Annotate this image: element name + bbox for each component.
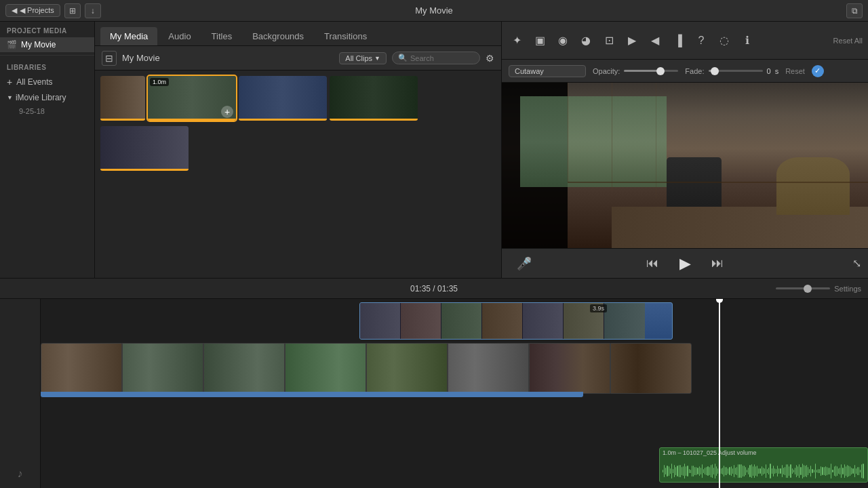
main-clip-3[interactable] (203, 343, 285, 394)
waveform-bar (770, 464, 770, 478)
color-correction-button[interactable]: ◉ (553, 31, 572, 50)
audio-clip-label: 1.0m – 101027_025 Adjust volume (663, 449, 757, 456)
sidebar-item-my-movie[interactable]: 🎬 My Movie (0, 37, 94, 52)
cutaway-select[interactable]: Cutaway Picture in Picture Side by Side … (509, 65, 586, 77)
speed-button[interactable]: ? (692, 31, 711, 50)
fade-slider[interactable] (709, 70, 763, 72)
fade-reset-button[interactable]: Reset (785, 67, 805, 75)
play-button[interactable]: ▶ (674, 253, 696, 274)
reset-all-button[interactable]: Reset All (833, 37, 863, 45)
waveform-bar (712, 464, 713, 478)
tab-titles[interactable]: Titles (202, 27, 242, 45)
media-clip-5[interactable] (100, 126, 189, 171)
skip-back-button[interactable]: ⏮ (642, 253, 663, 274)
audio-filename: 1.0m – 101027_025 (663, 449, 717, 456)
projects-button[interactable]: ◀ ◀ Projects (5, 4, 60, 17)
waveform-bar (747, 470, 747, 473)
window-icon-button[interactable]: ⧉ (846, 3, 863, 18)
waveform-bar (854, 465, 855, 477)
waveform-bar (687, 466, 688, 477)
volume-button[interactable]: ◀ (646, 31, 665, 50)
main-clip-2[interactable] (122, 343, 203, 394)
main-clips-container (41, 343, 692, 394)
all-clips-button[interactable]: All Clips ▼ (339, 52, 387, 64)
waveform-bar (847, 465, 848, 477)
camera-effect-button[interactable]: ⊡ (599, 31, 618, 50)
tab-backgrounds[interactable]: Backgrounds (243, 27, 313, 45)
microphone-button[interactable]: 🎤 (517, 256, 532, 271)
stabilization-button[interactable]: ◌ (715, 31, 734, 50)
arrange-button[interactable]: ⊞ (64, 3, 81, 18)
timeline-left-panel: ♪ (0, 299, 41, 488)
waveform-bar (764, 468, 765, 474)
zoom-slider[interactable] (776, 287, 830, 289)
waveform-bar (725, 467, 726, 475)
sidebar-project-label: My Movie (21, 40, 56, 49)
noise-reduction-button[interactable]: ▐ (669, 31, 688, 50)
media-settings-button[interactable]: ⚙ (486, 53, 494, 64)
main-timeline-track (41, 343, 868, 397)
main-clip-6[interactable] (448, 343, 529, 394)
media-clip-4[interactable] (330, 76, 418, 121)
waveform-bar (709, 467, 710, 475)
video-preview (502, 83, 868, 248)
waveform-bar (748, 468, 749, 474)
confirm-check[interactable]: ✓ (812, 65, 824, 77)
tools-bar: ✦ ▣ ◉ ◕ ⊡ ▶ ◀ ▐ ? ◌ ℹ Reset All (502, 22, 868, 60)
crop-button[interactable]: ▣ (530, 31, 549, 50)
waveform-bar (792, 468, 793, 474)
waveform-bar (671, 464, 672, 479)
fullscreen-button[interactable]: ⤡ (852, 257, 861, 270)
waveform-bar (689, 469, 690, 474)
waveform-bar (787, 464, 788, 478)
audio-track[interactable]: 1.0m – 101027_025 Adjust volume (659, 447, 868, 483)
waveform-bar (783, 468, 784, 475)
waveform-bar (827, 467, 827, 475)
cutaway-clip[interactable] (359, 302, 673, 340)
waveform-bar (734, 465, 734, 477)
waveform-bar (706, 467, 707, 475)
timeline-settings-label[interactable]: Settings (834, 285, 861, 293)
video-overlay-button[interactable]: ▶ (623, 31, 642, 50)
main-clip-7[interactable] (529, 343, 610, 394)
clip-add-button-2[interactable]: + (221, 106, 233, 118)
center-panel: My Media Audio Titles Backgrounds Transi… (95, 22, 502, 278)
skip-forward-button[interactable]: ⏭ (707, 253, 728, 274)
magic-wand-button[interactable]: ✦ (507, 31, 526, 50)
tab-my-media[interactable]: My Media (100, 27, 157, 45)
sidebar: PROJECT MEDIA 🎬 My Movie LIBRARIES + All… (0, 22, 95, 278)
info-button[interactable]: ℹ (738, 31, 757, 50)
main-clip-1[interactable] (41, 343, 122, 394)
waveform-bar (821, 466, 821, 476)
waveform-bar (693, 466, 694, 477)
search-input[interactable] (410, 54, 471, 62)
cutaway-thumb-7 (604, 303, 645, 339)
tab-transitions[interactable]: Transitions (315, 27, 376, 45)
waveform-bar (785, 467, 785, 475)
clip-duration-label: 3.9s (593, 305, 604, 312)
main-clip-4[interactable] (285, 343, 366, 394)
window-title: My Movie (415, 5, 453, 16)
waveform-bar (711, 465, 711, 478)
download-button[interactable]: ↓ (85, 3, 101, 18)
main-clip-8[interactable] (610, 343, 692, 394)
opacity-slider[interactable] (624, 70, 678, 72)
media-clip-3[interactable] (239, 76, 327, 121)
tab-audio[interactable]: Audio (159, 27, 200, 45)
sidebar-date-item[interactable]: 9-25-18 (0, 105, 94, 117)
waveform-bar (683, 466, 684, 475)
sidebar-item-all-events[interactable]: + All Events (0, 74, 94, 90)
main-clip-5[interactable] (366, 343, 448, 394)
clip-used-indicator-2 (148, 119, 236, 121)
waveform-bar (738, 464, 738, 478)
sidebar-toggle-button[interactable]: ⊟ (102, 51, 117, 66)
waveform-bar (744, 466, 745, 476)
color-wheels-button[interactable]: ◕ (576, 31, 595, 50)
waveform-bar (859, 467, 859, 476)
waveform-bar (728, 468, 728, 473)
waveform-bar (749, 465, 750, 478)
sidebar-item-imovie-library[interactable]: ▼ iMovie Library (0, 90, 94, 105)
media-clip-1[interactable] (100, 76, 145, 121)
media-clip-2[interactable]: 1.0m + (148, 76, 236, 121)
tab-audio-label: Audio (168, 31, 191, 41)
